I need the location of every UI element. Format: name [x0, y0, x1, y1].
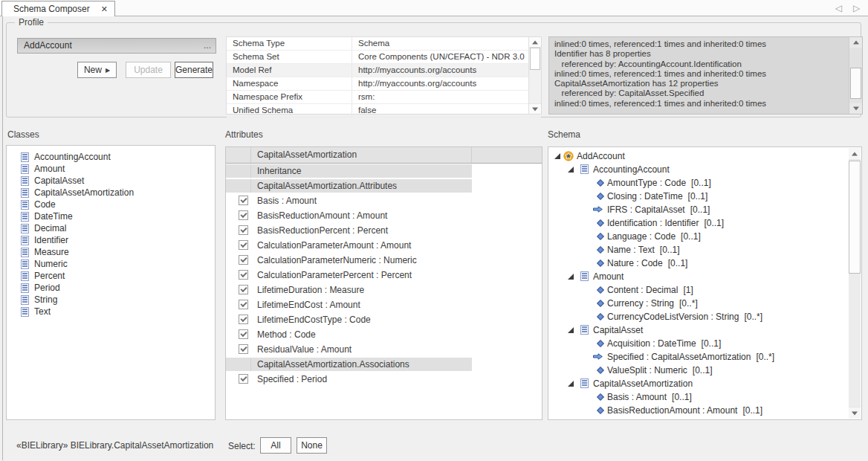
class-list-item[interactable]: Identifier — [7, 234, 215, 246]
new-button[interactable]: New▶ — [77, 62, 117, 78]
tree-node[interactable]: Amount — [548, 270, 861, 283]
checkbox[interactable] — [239, 374, 248, 384]
property-row[interactable]: Namespace Prefixrsm: — [227, 91, 541, 104]
cardinality: [0..1] — [681, 231, 701, 242]
log-line: inlined:0 times, referenced:1 times and … — [554, 39, 844, 49]
class-list-item[interactable]: Measure — [7, 246, 215, 258]
property-row[interactable]: Unified Schemafalse — [227, 104, 541, 117]
checkbox[interactable] — [239, 300, 248, 309]
scrollbar-thumb[interactable] — [850, 68, 861, 99]
tab-scroll-left-icon[interactable]: ◁ — [835, 2, 842, 14]
attribute-label: CalculationParameterNumeric : Numeric — [257, 253, 542, 268]
tree-node[interactable]: Content : Decimal[1] — [548, 283, 861, 297]
attribute-row[interactable]: CalculationParameterPercent : Percent — [226, 268, 542, 283]
class-icon — [21, 200, 29, 210]
tree-node[interactable]: BasisReductionAmount : Amount[0..1] — [548, 404, 861, 417]
property-value: http://myaccounts.org/accounts — [352, 77, 541, 90]
update-button[interactable]: Update — [126, 62, 171, 78]
scroll-up-icon[interactable] — [849, 148, 861, 160]
checkbox[interactable] — [239, 285, 248, 294]
class-list-item[interactable]: CapitalAsset — [7, 175, 215, 187]
attribute-row[interactable]: CalculationParameterAmount : Amount — [226, 238, 542, 253]
attribute-row[interactable]: BasisReductionPercent : Percent — [226, 223, 542, 238]
scroll-down-icon[interactable] — [849, 103, 862, 114]
section-band: CapitalAssetAmortization.Attributes — [226, 179, 472, 193]
profile-name-input[interactable]: AddAccount ... — [17, 38, 216, 54]
checkbox[interactable] — [239, 329, 248, 339]
tree-node[interactable]: Basis : Amount[0..1] — [548, 390, 861, 404]
tree-node[interactable]: Name : Text[0..1] — [548, 243, 861, 257]
tree-node[interactable]: Identification : Identifier[0..1] — [548, 216, 861, 230]
select-all-button[interactable]: All — [260, 437, 291, 454]
attribute-row[interactable]: ResidualValue : Amount — [226, 342, 542, 357]
browse-button[interactable]: ... — [204, 39, 211, 53]
checkbox[interactable] — [239, 270, 248, 280]
classes-list: AccountingAccountAmountCapitalAssetCapit… — [6, 145, 216, 420]
scroll-down-icon[interactable] — [849, 407, 861, 419]
attribute-row[interactable]: LifetimeEndCost : Amount — [226, 297, 542, 312]
class-list-item[interactable]: AccountingAccount — [7, 151, 215, 163]
schema-scrollbar[interactable] — [849, 148, 861, 419]
tree-node[interactable]: AmountType : Code[0..1] — [548, 176, 861, 190]
class-list-item[interactable]: String — [7, 294, 215, 306]
attribute-diamond-icon — [597, 179, 604, 187]
attribute-row[interactable]: LifetimeDuration : Measure — [226, 283, 542, 297]
scrollbar-thumb[interactable] — [530, 48, 540, 70]
tree-node[interactable]: CapitalAssetAmortization — [548, 377, 861, 390]
scrollbar-thumb[interactable] — [849, 161, 861, 274]
tree-node[interactable]: Acquisition : DateTime[0..1] — [548, 337, 861, 350]
class-list-item[interactable]: Numeric — [7, 258, 215, 270]
tree-node[interactable]: AddAccount — [548, 149, 861, 163]
tree-node[interactable]: CurrencyCodeListVersion : String[0..*] — [548, 310, 861, 323]
class-list-item[interactable]: DateTime — [7, 210, 215, 222]
checkbox[interactable] — [239, 255, 248, 265]
class-list-item[interactable]: Period — [7, 282, 215, 294]
tree-node[interactable] — [548, 417, 861, 420]
tab-schema-composer[interactable]: Schema Composer ✕ — [1, 1, 115, 16]
checkbox[interactable] — [239, 315, 248, 324]
attribute-row[interactable]: CalculationParameterNumeric : Numeric — [226, 253, 542, 268]
close-icon[interactable]: ✕ — [101, 4, 108, 14]
cardinality: [0..1] — [672, 392, 692, 402]
property-row[interactable]: Model Refhttp://myaccounts.org/accounts — [227, 64, 541, 77]
tree-node[interactable]: AccountingAccount — [548, 163, 861, 176]
log-scrollbar[interactable] — [849, 37, 862, 114]
property-row[interactable]: Namespacehttp://myaccounts.org/accounts — [227, 77, 541, 91]
class-list-item[interactable]: Decimal — [7, 222, 215, 234]
profile-group-label: Profile — [15, 17, 48, 28]
class-list-item[interactable]: Percent — [7, 270, 215, 282]
generate-button[interactable]: Generate — [175, 62, 213, 78]
properties-scrollbar[interactable] — [528, 37, 541, 114]
class-list-item[interactable]: Text — [7, 306, 215, 317]
class-list-item[interactable]: Amount — [7, 163, 215, 175]
scroll-down-icon[interactable] — [529, 103, 541, 114]
scroll-up-icon[interactable] — [849, 37, 862, 48]
attribute-diamond-icon — [597, 340, 604, 347]
attribute-row[interactable]: Method : Code — [226, 327, 542, 342]
tree-node[interactable]: Closing : DateTime[0..1] — [548, 190, 861, 203]
attribute-row[interactable]: Specified : Period — [226, 372, 542, 387]
class-icon — [21, 271, 29, 281]
class-list-item[interactable]: CapitalAssetAmortization — [7, 187, 215, 199]
checkbox[interactable] — [239, 240, 248, 250]
tree-node[interactable]: IFRS : CapitalAsset[0..1] — [548, 203, 861, 216]
attribute-row[interactable]: LifetimeEndCostType : Code — [226, 312, 542, 327]
attribute-row[interactable]: Basis : Amount — [226, 193, 542, 208]
tree-node[interactable]: CapitalAsset — [548, 323, 861, 337]
checkbox[interactable] — [239, 344, 248, 354]
tree-node[interactable]: ValueSplit : Numeric[0..1] — [548, 364, 861, 377]
select-none-button[interactable]: None — [297, 437, 327, 454]
tree-node[interactable]: Currency : String[0..*] — [548, 297, 861, 310]
checkbox[interactable] — [239, 225, 248, 235]
tree-node[interactable]: Language : Code[0..1] — [548, 230, 861, 243]
tab-scroll-right-icon[interactable]: ▷ — [853, 2, 860, 14]
tree-node[interactable]: Specified : CapitalAssetAmortization[0..… — [548, 350, 861, 364]
tree-node[interactable]: Nature : Code[0..1] — [548, 257, 861, 270]
checkbox[interactable] — [239, 196, 248, 205]
property-row[interactable]: Schema SetCore Components (UN/CEFACT) - … — [227, 51, 541, 64]
property-row[interactable]: Schema TypeSchema — [227, 37, 541, 51]
attribute-row[interactable]: BasisReductionAmount : Amount — [226, 208, 542, 223]
class-list-item[interactable]: Code — [7, 199, 215, 210]
scroll-up-icon[interactable] — [529, 37, 541, 48]
checkbox[interactable] — [239, 210, 248, 220]
